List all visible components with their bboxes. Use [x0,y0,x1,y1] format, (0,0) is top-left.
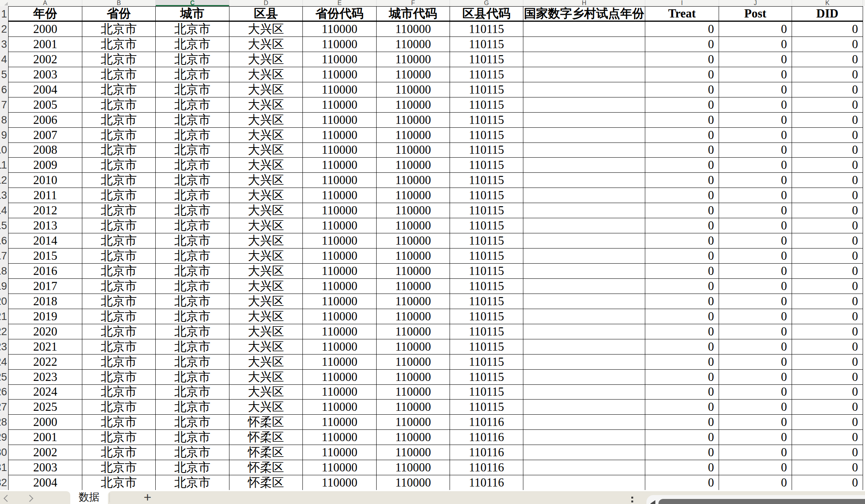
cell[interactable]: 北京市 [82,355,156,370]
cell[interactable]: 0 [645,233,719,249]
row-header-10[interactable]: 10 [0,143,8,158]
cell[interactable]: 0 [792,22,863,37]
cell[interactable]: 0 [645,37,719,52]
cell[interactable]: 110000 [303,355,377,370]
cell[interactable]: 0 [719,370,792,385]
cell[interactable]: 110000 [303,52,377,67]
prev-sheet-icon[interactable] [3,495,10,502]
row-header-31[interactable]: 31 [0,460,8,475]
cell[interactable] [523,385,645,400]
cell[interactable]: 110000 [377,158,450,173]
cell[interactable]: 110000 [303,203,377,218]
cell[interactable]: 北京市 [82,279,156,294]
cell[interactable]: 大兴区 [229,279,303,294]
cell[interactable]: 北京市 [82,370,156,385]
cell[interactable]: 北京市 [156,415,229,430]
cell[interactable]: 0 [645,445,719,460]
column-header-i[interactable]: I [645,0,719,6]
cell[interactable]: 110000 [303,370,377,385]
cell[interactable]: 北京市 [156,158,229,173]
row-header-22[interactable]: 22 [0,324,8,339]
cell[interactable]: 110000 [377,143,450,158]
cell[interactable]: 110115 [450,339,523,355]
cell[interactable]: 2014 [8,233,82,249]
cell[interactable]: 0 [645,264,719,279]
cell[interactable] [523,400,645,415]
cell[interactable]: 2013 [8,218,82,233]
column-header-f[interactable]: F [377,0,450,6]
cell[interactable]: 110000 [377,430,450,445]
cell[interactable]: 怀柔区 [229,430,303,445]
cell[interactable] [523,188,645,203]
cell[interactable]: 110000 [303,173,377,188]
cell[interactable] [523,264,645,279]
cell[interactable]: 110000 [303,400,377,415]
cell[interactable]: 北京市 [156,339,229,355]
cell[interactable]: 0 [719,233,792,249]
cell[interactable]: 110000 [377,355,450,370]
header-cell[interactable]: Post [719,6,792,22]
row-header-3[interactable]: 3 [0,37,8,52]
cell[interactable]: 北京市 [82,264,156,279]
cell[interactable] [523,370,645,385]
cell[interactable]: 110000 [303,233,377,249]
cell[interactable]: 110000 [303,385,377,400]
cell[interactable]: 0 [719,203,792,218]
cell[interactable]: 大兴区 [229,294,303,309]
cell[interactable]: 110000 [377,188,450,203]
cell[interactable]: 0 [645,294,719,309]
header-cell[interactable]: 国家数字乡村试点年份 [523,6,645,22]
next-sheet-icon[interactable] [26,495,33,502]
cell[interactable]: 0 [719,475,792,490]
cell[interactable]: 北京市 [82,430,156,445]
cell[interactable]: 0 [719,128,792,143]
cell[interactable]: 110115 [450,249,523,264]
cell[interactable]: 北京市 [82,415,156,430]
column-header-d[interactable]: D [229,0,303,6]
cell[interactable]: 0 [645,203,719,218]
cell[interactable]: 2010 [8,173,82,188]
cell[interactable]: 北京市 [82,294,156,309]
cell[interactable]: 大兴区 [229,97,303,113]
row-header-17[interactable]: 17 [0,249,8,264]
cell[interactable]: 北京市 [82,128,156,143]
cell[interactable] [523,279,645,294]
cell[interactable]: 大兴区 [229,233,303,249]
cell[interactable]: 110115 [450,113,523,128]
cell[interactable]: 大兴区 [229,249,303,264]
cell[interactable]: 110000 [377,218,450,233]
cell[interactable]: 0 [645,52,719,67]
cell[interactable] [523,445,645,460]
cell[interactable] [523,355,645,370]
cell[interactable]: 大兴区 [229,264,303,279]
cell[interactable]: 2000 [8,415,82,430]
row-header-27[interactable]: 27 [0,400,8,415]
row-header-20[interactable]: 20 [0,294,8,309]
cell[interactable]: 2009 [8,158,82,173]
header-cell[interactable]: 年份 [8,6,82,22]
cell[interactable]: 110000 [303,324,377,339]
active-sheet-tab[interactable]: 数据 [70,490,108,504]
cell[interactable]: 110000 [377,173,450,188]
cell[interactable]: 北京市 [156,97,229,113]
cell[interactable] [523,128,645,143]
cell[interactable] [523,415,645,430]
cell[interactable]: 2025 [8,400,82,415]
cell[interactable]: 0 [792,400,863,415]
row-header-12[interactable]: 12 [0,173,8,188]
cell[interactable]: 北京市 [82,97,156,113]
cell[interactable]: 2002 [8,52,82,67]
cell[interactable]: 110000 [303,218,377,233]
cell[interactable]: 北京市 [82,249,156,264]
cell[interactable]: 大兴区 [229,309,303,324]
cell[interactable]: 110000 [377,264,450,279]
cell[interactable]: 0 [645,460,719,475]
cell[interactable]: 110000 [377,52,450,67]
cell[interactable]: 110115 [450,173,523,188]
cell[interactable]: 北京市 [156,475,229,490]
cell[interactable]: 北京市 [156,370,229,385]
cell[interactable]: 110000 [377,385,450,400]
cell[interactable]: 北京市 [82,475,156,490]
cell[interactable] [523,158,645,173]
cell[interactable]: 110000 [303,128,377,143]
